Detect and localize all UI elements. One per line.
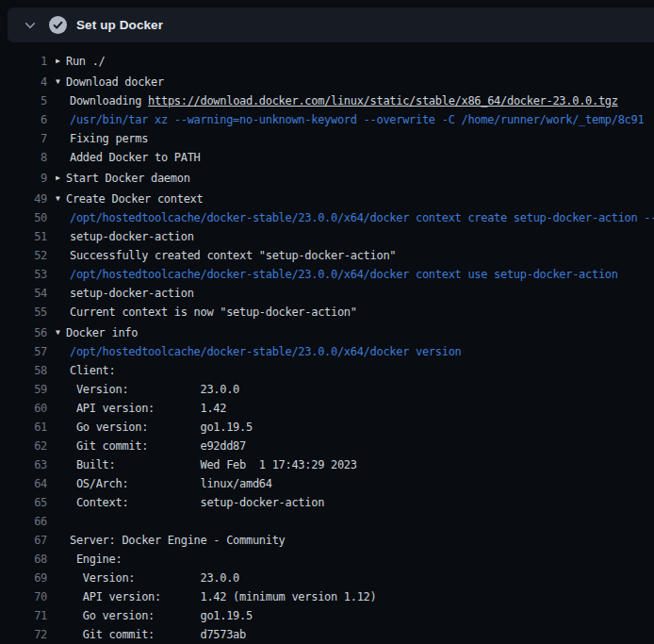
line-content: Context: setup-docker-action <box>56 496 324 509</box>
line-number[interactable]: 58 <box>0 364 47 377</box>
line-number[interactable]: 63 <box>0 458 47 471</box>
line-content: /opt/hostedtoolcache/docker-stable/23.0.… <box>56 211 654 224</box>
log-text: Successfully created context "setup-dock… <box>70 249 396 262</box>
line-number[interactable]: 68 <box>0 553 47 566</box>
log-text: Server: Docker Engine - Community <box>70 534 286 547</box>
log-line: 62 Git commit: e92dd87 <box>0 437 654 455</box>
line-number[interactable]: 60 <box>0 402 47 415</box>
line-number[interactable]: 71 <box>0 609 47 622</box>
line-content: ▶Start Docker daemon <box>56 169 190 188</box>
log-group-row[interactable]: 9▶Start Docker daemon <box>0 169 654 188</box>
log-text: Context: setup-docker-action <box>70 496 324 509</box>
line-number[interactable]: 54 <box>0 287 47 300</box>
log-line: 55Current context is now "setup-docker-a… <box>0 303 654 322</box>
group-title: Start Docker daemon <box>66 172 190 185</box>
collapse-step-button[interactable] <box>20 15 41 36</box>
log-text: Built: Wed Feb 1 17:43:29 2023 <box>70 458 357 471</box>
line-number[interactable]: 1 <box>0 55 47 68</box>
line-number[interactable]: 52 <box>0 249 47 262</box>
line-number[interactable]: 56 <box>0 326 47 339</box>
line-number[interactable]: 59 <box>0 383 47 396</box>
line-content: Downloading https://download.docker.com/… <box>56 94 618 107</box>
line-number[interactable]: 62 <box>0 439 47 453</box>
line-content: Go version: go1.19.5 <box>56 421 253 434</box>
line-number[interactable]: 55 <box>0 305 47 319</box>
log-group-row[interactable]: 56▼Docker info <box>0 323 654 342</box>
log-line: 50/opt/hostedtoolcache/docker-stable/23.… <box>0 208 654 227</box>
line-number[interactable]: 5 <box>0 94 47 107</box>
line-number[interactable]: 4 <box>0 75 47 89</box>
line-number[interactable]: 57 <box>0 345 47 358</box>
line-content: Version: 23.0.0 <box>56 571 239 585</box>
log-line: 53/opt/hostedtoolcache/docker-stable/23.… <box>0 265 654 284</box>
chevron-expanded-icon[interactable]: ▼ <box>56 190 66 208</box>
step-header[interactable]: Set up Docker <box>8 8 654 42</box>
line-content: setup-docker-action <box>56 230 194 243</box>
log-text: API version: 1.42 <box>70 402 226 415</box>
log-text: Current context is now "setup-docker-act… <box>70 305 357 319</box>
line-number[interactable]: 61 <box>0 421 47 434</box>
line-number[interactable]: 66 <box>0 515 47 528</box>
log-text: Version: 23.0.0 <box>70 571 239 585</box>
line-number[interactable]: 8 <box>0 151 47 164</box>
line-content: ▼Docker info <box>56 323 138 342</box>
log-line: 69 Version: 23.0.0 <box>0 569 654 587</box>
line-content: Server: Docker Engine - Community <box>56 534 286 547</box>
log-text: Added Docker to PATH <box>70 151 201 164</box>
line-content: Current context is now "setup-docker-act… <box>56 305 357 319</box>
line-number[interactable]: 49 <box>0 192 47 206</box>
line-number[interactable]: 6 <box>0 113 47 126</box>
log-line: 65 Context: setup-docker-action <box>0 493 654 512</box>
line-content: /usr/bin/tar xz --warning=no-unknown-key… <box>56 113 644 126</box>
log-group-row[interactable]: 49▼Create Docker context <box>0 190 654 208</box>
line-content: API version: 1.42 <box>56 402 226 415</box>
log-group-row[interactable]: 1▶Run ./ <box>0 52 654 71</box>
line-number[interactable]: 9 <box>0 172 47 185</box>
log-text: OS/Arch: linux/amd64 <box>70 477 272 490</box>
line-number[interactable]: 50 <box>0 211 47 224</box>
line-number[interactable]: 69 <box>0 571 47 585</box>
chevron-down-icon <box>24 19 37 32</box>
command-text: /opt/hostedtoolcache/docker-stable/23.0.… <box>70 268 618 281</box>
line-content: setup-docker-action <box>56 287 194 300</box>
log-text: Version: 23.0.0 <box>70 383 239 396</box>
chevron-collapsed-icon[interactable]: ▶ <box>56 52 66 71</box>
log-line: 54setup-docker-action <box>0 284 654 303</box>
line-content: Engine: <box>56 553 122 566</box>
step-title: Set up Docker <box>76 18 163 32</box>
line-number[interactable]: 67 <box>0 534 47 547</box>
log-line: 51setup-docker-action <box>0 227 654 246</box>
log-text: Git commit: e92dd87 <box>70 439 246 453</box>
line-content: Go version: go1.19.5 <box>56 609 253 622</box>
line-content: Git commit: e92dd87 <box>56 439 246 453</box>
command-text: /opt/hostedtoolcache/docker-stable/23.0.… <box>70 211 654 224</box>
line-content: ▶Run ./ <box>56 52 106 71</box>
line-number[interactable]: 70 <box>0 590 47 603</box>
log-line: 61 Go version: go1.19.5 <box>0 418 654 437</box>
line-content: API version: 1.42 (minimum version 1.12) <box>56 590 376 603</box>
line-content: /opt/hostedtoolcache/docker-stable/23.0.… <box>56 268 618 281</box>
log-link[interactable]: https://download.docker.com/linux/static… <box>148 94 618 107</box>
log-line: 5Downloading https://download.docker.com… <box>0 91 654 110</box>
chevron-collapsed-icon[interactable]: ▶ <box>56 169 66 188</box>
line-number[interactable]: 7 <box>0 132 47 145</box>
log-line: 6/usr/bin/tar xz --warning=no-unknown-ke… <box>0 110 654 129</box>
line-number[interactable]: 72 <box>0 628 47 641</box>
chevron-expanded-icon[interactable]: ▼ <box>56 73 66 91</box>
line-number[interactable]: 53 <box>0 268 47 281</box>
line-number[interactable]: 64 <box>0 477 47 490</box>
chevron-expanded-icon[interactable]: ▼ <box>56 323 66 342</box>
log-text: Git commit: d7573ab <box>70 628 246 641</box>
log-line: 64 OS/Arch: linux/amd64 <box>0 474 654 493</box>
log-group-row[interactable]: 4▼Download docker <box>0 73 654 91</box>
group-title: Create Docker context <box>66 192 203 206</box>
log-line: 67Server: Docker Engine - Community <box>0 531 654 550</box>
line-content: OS/Arch: linux/amd64 <box>56 477 272 490</box>
command-text: /opt/hostedtoolcache/docker-stable/23.0.… <box>70 345 461 358</box>
line-content: Fixing perms <box>56 132 148 145</box>
line-number[interactable]: 51 <box>0 230 47 243</box>
log-line: 8Added Docker to PATH <box>0 148 654 167</box>
step-status-icon <box>49 16 67 34</box>
line-number[interactable]: 65 <box>0 496 47 509</box>
command-text: /usr/bin/tar xz --warning=no-unknown-key… <box>70 113 644 126</box>
